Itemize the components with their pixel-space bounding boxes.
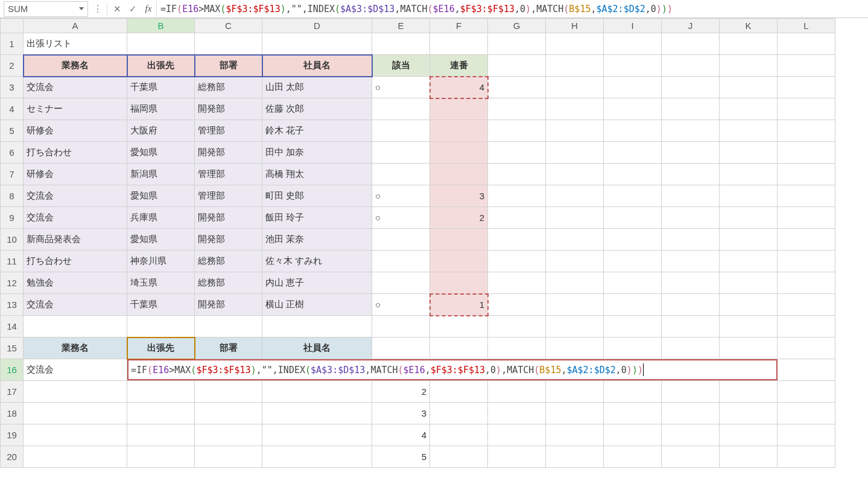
row-header-6[interactable]: 6 (1, 142, 24, 164)
cell[interactable] (778, 120, 835, 142)
cell-D3[interactable]: 山田 太郎 (262, 77, 372, 98)
cell[interactable] (662, 446, 720, 468)
cell-E12[interactable] (372, 272, 430, 294)
cell[interactable] (262, 424, 372, 446)
cell-C3[interactable]: 総務部 (195, 77, 262, 98)
cell[interactable] (720, 424, 778, 446)
cell-B2[interactable]: 出張先 (127, 55, 195, 77)
cell[interactable] (662, 251, 720, 272)
cell-A8[interactable]: 交流会 (24, 185, 127, 207)
spreadsheet-grid[interactable]: A B C D E F G H I J K L 1出張リスト2 業務名 出張先 … (0, 18, 868, 468)
cell[interactable] (720, 381, 778, 403)
cell[interactable] (778, 337, 835, 359)
cell-D13[interactable]: 横山 正樹 (262, 294, 372, 316)
cell[interactable] (430, 337, 488, 359)
cell[interactable] (662, 229, 720, 251)
cell[interactable] (662, 55, 720, 77)
cell-A9[interactable]: 交流会 (24, 207, 127, 229)
cell[interactable] (720, 207, 778, 229)
col-header-E[interactable]: E (372, 19, 430, 33)
cell[interactable] (488, 272, 546, 294)
cell[interactable] (488, 446, 546, 468)
cell-E17[interactable]: 2 (372, 381, 430, 403)
cell[interactable] (24, 424, 127, 446)
cell-A10[interactable]: 新商品発表会 (24, 229, 127, 251)
cell[interactable] (546, 316, 604, 337)
cell-A6[interactable]: 打ち合わせ (24, 142, 127, 164)
cell-B11[interactable]: 神奈川県 (127, 251, 195, 272)
cell-B6[interactable]: 愛知県 (127, 142, 195, 164)
cell[interactable] (604, 55, 662, 77)
cell[interactable] (662, 164, 720, 185)
cell[interactable] (778, 98, 835, 120)
cell[interactable] (546, 185, 604, 207)
cell-D6[interactable]: 田中 加奈 (262, 142, 372, 164)
cell-A3[interactable]: 交流会 (24, 77, 127, 98)
cell-D10[interactable]: 池田 茉奈 (262, 229, 372, 251)
cell-C10[interactable]: 開発部 (195, 229, 262, 251)
cell-C11[interactable]: 総務部 (195, 251, 262, 272)
cell[interactable] (546, 33, 604, 55)
cell-A11[interactable]: 打ち合わせ (24, 251, 127, 272)
col-header-B[interactable]: B (127, 19, 195, 33)
cell[interactable] (546, 337, 604, 359)
cell[interactable] (778, 424, 835, 446)
cell-C7[interactable]: 管理部 (195, 164, 262, 185)
cell[interactable] (720, 446, 778, 468)
cell-A4[interactable]: セミナー (24, 98, 127, 120)
cell[interactable] (546, 98, 604, 120)
cell-E9[interactable]: ○ (372, 207, 430, 229)
cell[interactable] (488, 164, 546, 185)
col-header-A[interactable]: A (24, 19, 127, 33)
cell[interactable] (778, 33, 835, 55)
cell[interactable] (488, 33, 546, 55)
cell[interactable] (127, 403, 195, 424)
cell-A13[interactable]: 交流会 (24, 294, 127, 316)
cell[interactable] (546, 294, 604, 316)
cell[interactable] (720, 33, 778, 55)
cell[interactable] (488, 316, 546, 337)
cell-C15[interactable]: 部署 (195, 337, 262, 359)
cell[interactable] (430, 316, 488, 337)
cell-B15[interactable]: 出張先 (127, 337, 195, 359)
cell[interactable] (546, 120, 604, 142)
cell[interactable] (720, 403, 778, 424)
fx-icon[interactable]: fx (141, 1, 156, 17)
row-header-12[interactable]: 12 (1, 272, 24, 294)
cell-E18[interactable]: 3 (372, 403, 430, 424)
cell[interactable] (662, 142, 720, 164)
cell[interactable] (604, 142, 662, 164)
cell-D4[interactable]: 佐藤 次郎 (262, 98, 372, 120)
cell-A1[interactable]: 出張リスト (24, 33, 127, 55)
cell-A7[interactable]: 研修会 (24, 164, 127, 185)
cell-B16-editing[interactable]: =IF(E16>MAX($F$3:$F$13),"",INDEX($A$3:$D… (127, 359, 195, 381)
cell-A2[interactable]: 業務名 (24, 55, 127, 77)
cell[interactable] (662, 294, 720, 316)
row-header-10[interactable]: 10 (1, 229, 24, 251)
cell[interactable] (488, 251, 546, 272)
cell[interactable] (662, 33, 720, 55)
cell-D2[interactable]: 社員名 (262, 55, 372, 77)
cell[interactable] (127, 316, 195, 337)
cell-E6[interactable] (372, 142, 430, 164)
cell[interactable] (430, 424, 488, 446)
cell-C12[interactable]: 総務部 (195, 272, 262, 294)
cell[interactable] (195, 33, 262, 55)
cell[interactable] (546, 164, 604, 185)
cell-F13[interactable]: 1 (430, 294, 488, 316)
cell[interactable] (488, 55, 546, 77)
name-box[interactable]: SUM (4, 1, 88, 17)
chevron-down-icon[interactable] (79, 7, 84, 10)
cell[interactable] (778, 207, 835, 229)
cell[interactable] (662, 403, 720, 424)
cell[interactable] (195, 403, 262, 424)
cell-C5[interactable]: 管理部 (195, 120, 262, 142)
formula-input[interactable]: =IF(E16>MAX($F$3:$F$13),"",INDEX($A$3:$D… (156, 1, 868, 17)
cell[interactable] (127, 424, 195, 446)
cell[interactable] (488, 207, 546, 229)
cell[interactable] (604, 381, 662, 403)
row-header-1[interactable]: 1 (1, 33, 24, 55)
cell-F9[interactable]: 2 (430, 207, 488, 229)
cell[interactable] (662, 424, 720, 446)
cell[interactable] (778, 185, 835, 207)
